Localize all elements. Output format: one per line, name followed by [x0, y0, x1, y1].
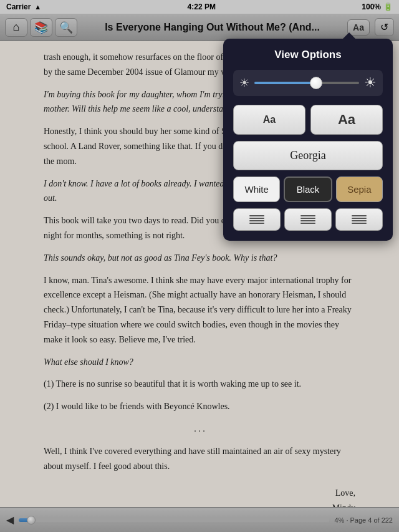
layout-row — [233, 208, 383, 231]
sun-small-icon: ☀ — [239, 76, 249, 90]
theme-white-button[interactable]: White — [233, 177, 280, 202]
line-4 — [300, 223, 315, 224]
line-2 — [249, 218, 264, 219]
line-4 — [352, 223, 367, 224]
line-3 — [300, 220, 315, 221]
line-3 — [352, 220, 367, 221]
font-increase-button[interactable]: Aa — [310, 105, 383, 135]
font-decrease-button[interactable]: Aa — [233, 105, 305, 135]
theme-sepia-button[interactable]: Sepia — [336, 177, 383, 202]
font-family-button[interactable]: Georgia — [233, 141, 383, 170]
layout-double-button[interactable] — [284, 208, 332, 231]
line-2 — [352, 218, 367, 219]
sun-large-icon: ☀ — [364, 75, 377, 91]
theme-black-button[interactable]: Black — [284, 177, 332, 202]
layout-single-button[interactable] — [233, 208, 281, 231]
line-1 — [300, 215, 315, 216]
line-4 — [249, 223, 264, 224]
line-3 — [249, 220, 264, 221]
layout-triple-button[interactable] — [335, 208, 383, 231]
brightness-row: ☀ ☀ — [233, 70, 383, 96]
line-2 — [300, 218, 315, 219]
view-options-popup: View Options ☀ ☀ Aa Aa Georgia White Bla… — [223, 39, 393, 241]
theme-row: White Black Sepia — [233, 177, 383, 202]
line-1 — [249, 215, 264, 216]
line-1 — [352, 215, 367, 216]
brightness-slider[interactable] — [254, 82, 359, 84]
popup-title: View Options — [233, 49, 383, 61]
font-size-row: Aa Aa — [233, 105, 383, 135]
